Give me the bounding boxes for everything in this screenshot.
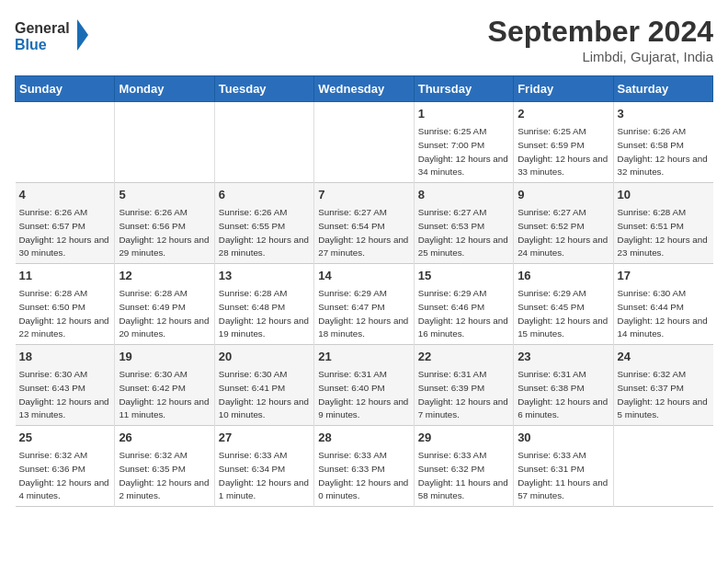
day-header-tuesday: Tuesday bbox=[214, 76, 313, 102]
title-area: September 2024 Limbdi, Gujarat, India bbox=[488, 15, 713, 64]
sunset-info: Sunset: 6:48 PM bbox=[219, 302, 285, 312]
sunset-info: Sunset: 6:33 PM bbox=[318, 464, 384, 474]
daylight-info: Daylight: 12 hours and 11 minutes. bbox=[119, 396, 209, 420]
day-number: 25 bbox=[19, 430, 111, 446]
sunset-info: Sunset: 6:55 PM bbox=[219, 221, 285, 231]
calendar-cell: 24 Sunrise: 6:32 AM Sunset: 6:37 PM Dayl… bbox=[613, 345, 712, 426]
daylight-info: Daylight: 11 hours and 57 minutes. bbox=[518, 477, 608, 501]
sunrise-info: Sunrise: 6:32 AM bbox=[19, 450, 88, 460]
sunrise-info: Sunrise: 6:26 AM bbox=[618, 126, 687, 136]
day-number: 17 bbox=[618, 268, 710, 284]
day-number: 26 bbox=[119, 430, 210, 446]
calendar-cell: 18 Sunrise: 6:30 AM Sunset: 6:43 PM Dayl… bbox=[16, 345, 115, 426]
day-number: 4 bbox=[19, 187, 111, 203]
calendar-cell: 29 Sunrise: 6:33 AM Sunset: 6:32 PM Dayl… bbox=[414, 426, 513, 507]
sunrise-info: Sunrise: 6:33 AM bbox=[318, 450, 387, 460]
calendar-cell: 7 Sunrise: 6:27 AM Sunset: 6:54 PM Dayli… bbox=[314, 183, 414, 264]
sunset-info: Sunset: 6:42 PM bbox=[119, 383, 185, 393]
sunset-info: Sunset: 6:44 PM bbox=[618, 302, 684, 312]
svg-marker-2 bbox=[77, 19, 88, 51]
calendar-week-4: 18 Sunrise: 6:30 AM Sunset: 6:43 PM Dayl… bbox=[16, 345, 713, 426]
day-header-wednesday: Wednesday bbox=[314, 76, 414, 102]
daylight-info: Daylight: 12 hours and 0 minutes. bbox=[318, 477, 408, 501]
calendar-cell: 3 Sunrise: 6:26 AM Sunset: 6:58 PM Dayli… bbox=[613, 102, 712, 183]
sunrise-info: Sunrise: 6:26 AM bbox=[219, 207, 288, 217]
sunrise-info: Sunrise: 6:28 AM bbox=[618, 207, 687, 217]
daylight-info: Daylight: 12 hours and 4 minutes. bbox=[19, 477, 109, 501]
day-number: 5 bbox=[119, 187, 210, 203]
sunrise-info: Sunrise: 6:32 AM bbox=[119, 450, 188, 460]
day-number: 16 bbox=[518, 268, 609, 284]
sunrise-info: Sunrise: 6:25 AM bbox=[518, 126, 586, 136]
sunrise-info: Sunrise: 6:30 AM bbox=[19, 369, 88, 379]
day-number: 6 bbox=[219, 187, 310, 203]
daylight-info: Daylight: 12 hours and 32 minutes. bbox=[618, 154, 708, 178]
daylight-info: Daylight: 12 hours and 7 minutes. bbox=[418, 396, 508, 420]
calendar-week-2: 4 Sunrise: 6:26 AM Sunset: 6:57 PM Dayli… bbox=[16, 183, 713, 264]
calendar-cell: 19 Sunrise: 6:30 AM Sunset: 6:42 PM Dayl… bbox=[115, 345, 214, 426]
sunrise-info: Sunrise: 6:26 AM bbox=[19, 207, 88, 217]
sunrise-info: Sunrise: 6:28 AM bbox=[19, 288, 88, 298]
day-number: 22 bbox=[418, 349, 509, 365]
sunrise-info: Sunrise: 6:31 AM bbox=[518, 369, 586, 379]
day-number: 9 bbox=[518, 187, 609, 203]
sunset-info: Sunset: 6:31 PM bbox=[518, 464, 584, 474]
day-number: 2 bbox=[518, 106, 609, 122]
day-number: 1 bbox=[418, 106, 509, 122]
calendar-cell: 2 Sunrise: 6:25 AM Sunset: 6:59 PM Dayli… bbox=[514, 102, 613, 183]
day-header-friday: Friday bbox=[514, 76, 613, 102]
calendar-week-3: 11 Sunrise: 6:28 AM Sunset: 6:50 PM Dayl… bbox=[16, 264, 713, 345]
day-number: 24 bbox=[618, 349, 710, 365]
daylight-info: Daylight: 12 hours and 34 minutes. bbox=[418, 154, 508, 178]
day-number: 28 bbox=[318, 430, 409, 446]
sunrise-info: Sunrise: 6:33 AM bbox=[418, 450, 487, 460]
calendar-table: SundayMondayTuesdayWednesdayThursdayFrid… bbox=[15, 75, 713, 507]
header-row: SundayMondayTuesdayWednesdayThursdayFrid… bbox=[16, 76, 713, 102]
calendar-cell: 27 Sunrise: 6:33 AM Sunset: 6:34 PM Dayl… bbox=[214, 426, 313, 507]
day-number: 20 bbox=[219, 349, 310, 365]
day-number: 19 bbox=[119, 349, 210, 365]
calendar-cell: 26 Sunrise: 6:32 AM Sunset: 6:35 PM Dayl… bbox=[115, 426, 214, 507]
day-header-thursday: Thursday bbox=[414, 76, 513, 102]
day-number: 7 bbox=[318, 187, 409, 203]
daylight-info: Daylight: 12 hours and 25 minutes. bbox=[418, 235, 508, 259]
sunrise-info: Sunrise: 6:29 AM bbox=[518, 288, 586, 298]
day-number: 21 bbox=[318, 349, 409, 365]
sunset-info: Sunset: 6:47 PM bbox=[318, 302, 384, 312]
location: Limbdi, Gujarat, India bbox=[488, 49, 713, 64]
sunset-info: Sunset: 6:43 PM bbox=[19, 383, 85, 393]
sunset-info: Sunset: 6:36 PM bbox=[19, 464, 85, 474]
day-number: 11 bbox=[19, 268, 111, 284]
day-number: 12 bbox=[119, 268, 210, 284]
daylight-info: Daylight: 12 hours and 16 minutes. bbox=[418, 316, 508, 339]
sunset-info: Sunset: 6:54 PM bbox=[318, 221, 384, 231]
calendar-cell: 1 Sunrise: 6:25 AM Sunset: 7:00 PM Dayli… bbox=[414, 102, 513, 183]
day-header-monday: Monday bbox=[115, 76, 214, 102]
daylight-info: Daylight: 12 hours and 1 minute. bbox=[219, 477, 309, 501]
daylight-info: Daylight: 12 hours and 28 minutes. bbox=[219, 235, 309, 259]
calendar-cell: 13 Sunrise: 6:28 AM Sunset: 6:48 PM Dayl… bbox=[214, 264, 313, 345]
daylight-info: Daylight: 12 hours and 9 minutes. bbox=[318, 396, 408, 420]
daylight-info: Daylight: 12 hours and 23 minutes. bbox=[618, 235, 708, 259]
sunset-info: Sunset: 6:34 PM bbox=[219, 464, 285, 474]
sunset-info: Sunset: 6:53 PM bbox=[418, 221, 484, 231]
sunrise-info: Sunrise: 6:29 AM bbox=[318, 288, 387, 298]
daylight-info: Daylight: 12 hours and 5 minutes. bbox=[618, 396, 708, 420]
logo: General Blue bbox=[15, 15, 88, 55]
sunrise-info: Sunrise: 6:28 AM bbox=[219, 288, 288, 298]
calendar-cell: 4 Sunrise: 6:26 AM Sunset: 6:57 PM Dayli… bbox=[16, 183, 115, 264]
day-number: 14 bbox=[318, 268, 409, 284]
sunrise-info: Sunrise: 6:27 AM bbox=[418, 207, 487, 217]
calendar-cell: 22 Sunrise: 6:31 AM Sunset: 6:39 PM Dayl… bbox=[414, 345, 513, 426]
sunrise-info: Sunrise: 6:31 AM bbox=[318, 369, 387, 379]
sunrise-info: Sunrise: 6:28 AM bbox=[119, 288, 188, 298]
sunset-info: Sunset: 6:45 PM bbox=[518, 302, 584, 312]
day-number: 15 bbox=[418, 268, 509, 284]
daylight-info: Daylight: 12 hours and 24 minutes. bbox=[518, 235, 608, 259]
daylight-info: Daylight: 12 hours and 2 minutes. bbox=[119, 477, 209, 501]
sunset-info: Sunset: 6:40 PM bbox=[318, 383, 384, 393]
day-number: 3 bbox=[618, 106, 710, 122]
sunset-info: Sunset: 6:41 PM bbox=[219, 383, 285, 393]
logo-svg: General Blue bbox=[15, 15, 88, 55]
svg-text:Blue: Blue bbox=[15, 37, 47, 52]
